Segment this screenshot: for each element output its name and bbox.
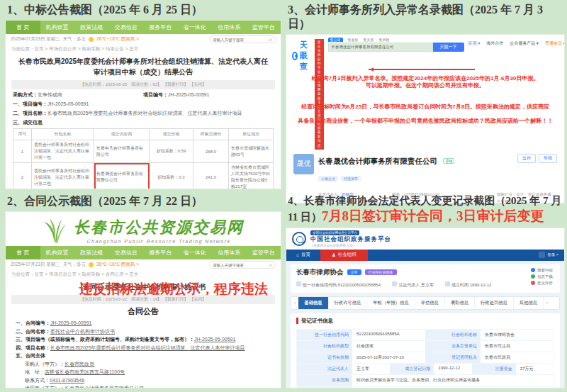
tab-commendation[interactable]: 表彰信息 — [445, 297, 475, 309]
section1-heading: 1、中标公告截图（2025 年 6 月 25 日） — [7, 3, 281, 17]
leaf-logo-icon — [43, 218, 67, 243]
credit-code-summary: 统一社会信用代码 51220100509105585A — [296, 281, 381, 289]
nav-item[interactable]: 交易信息 — [109, 21, 144, 34]
nav-item[interactable]: 省一体化 — [178, 246, 213, 259]
contract-name-value[interactable]: 委托社会中介机构审计协议书 — [50, 329, 115, 334]
field-label: 证书有效期 — [297, 352, 352, 363]
menu-apps[interactable]: 应用 ▾ — [468, 40, 481, 47]
nav-item[interactable]: 监管平台 — [247, 21, 281, 34]
search-button[interactable]: 天眼一下 — [433, 43, 464, 52]
nav-item-home[interactable]: 首 页 — [6, 21, 40, 34]
nav-item-home[interactable]: 首 页 — [6, 246, 40, 259]
menu-overseas[interactable]: 海外合作 — [486, 40, 503, 47]
tab-annual-report[interactable]: 年检（年报）信息 — [367, 297, 415, 309]
search-input[interactable] — [213, 263, 269, 267]
nav-item[interactable]: 政策法规 — [74, 21, 109, 34]
tab-boss[interactable]: 查老板 — [348, 38, 359, 42]
nav-home[interactable]: ⌂首页 — [286, 250, 320, 261]
line2-label: 二、项目名称： — [13, 111, 47, 116]
person-icon — [392, 281, 397, 286]
download-action[interactable]: 信息下载 — [531, 274, 553, 279]
tyc-logo[interactable]: 天眼查 — [292, 38, 310, 72]
platform-pill: 全国社会组织信用信息公示平台 — [310, 230, 359, 235]
nav-item[interactable]: 省一体化 — [178, 21, 213, 34]
sun-icon — [89, 37, 94, 42]
weather-label: 天气：多云 — [63, 36, 86, 43]
nav-item[interactable]: 交易信息 — [109, 246, 144, 259]
nav-item[interactable]: 信用体系 — [212, 21, 247, 34]
tyc-menu: 应用 ▾ 海外合作 企业服务产品 ▾ 开通会员 ▾ — [468, 38, 565, 47]
tab-relation[interactable]: 查关系 — [364, 38, 374, 42]
supplier-label: 供应商（乙方）： — [25, 386, 64, 388]
nav-item[interactable]: 监管平台 — [247, 246, 281, 259]
notice-title: 合同公告 — [6, 304, 281, 318]
search-block: 查公司 查老板 查关系 查风险 天眼一下 — [328, 38, 464, 52]
feedback-action[interactable]: 意见评价 — [531, 281, 553, 286]
org-actions: 我要纠错 信息下载 意见评价 — [531, 268, 553, 287]
nav-item[interactable]: 服务平台 — [143, 21, 178, 34]
field-label: 注册资金 — [472, 364, 516, 374]
announcement-body: 采购方式：竞争性磋商 项目编号：JH-2025-05-00591 一、项目编号：… — [6, 89, 281, 189]
field-label: 登记管理机关 — [425, 352, 481, 363]
correct-action[interactable]: 我要纠错 — [531, 268, 553, 273]
tab-admin-license[interactable]: 行政许可信息 — [329, 297, 368, 309]
line1-value: JH-2025-05-00591 — [47, 101, 89, 106]
registration-certificate-card: 登记证书信息 统一社会信用代码51220100509105585A 社会组织名称… — [291, 313, 560, 388]
nav-item[interactable]: 服务平台 — [143, 246, 178, 259]
line2-value: 长春市民政局2025年度委托会计师事务所对社会组织注销清算、法定代表人离任审计项… — [47, 111, 242, 116]
project-no-value: JH-2025-05-00591 — [168, 92, 209, 97]
founded-summary: 成立时间 1990-12-12 — [445, 281, 491, 289]
tag-small-enterprise[interactable]: 小微企业 — [318, 176, 338, 181]
tabs-scroll-right[interactable]: › — [544, 301, 551, 306]
tab-risk[interactable]: 查风险 — [379, 38, 390, 42]
col-header: 成交供应商 — [94, 129, 150, 140]
search-input[interactable] — [213, 38, 269, 42]
monitor-button[interactable]: 监控 — [517, 154, 536, 163]
date-weather-bar: 2025年07月23日 星期三 天气：多云 26℃~16℃ 西南风 > ⌕ — [6, 34, 281, 45]
purchase-method-label: 采购方式： — [13, 92, 38, 97]
cell-address: 吉林省长春市宽城区人民大街7520号中科院长春分院办公楼5栋217室 — [229, 163, 274, 189]
field-label: 社会组织类型 — [297, 341, 352, 352]
buyer-tel-value: 0431-87903546 — [50, 378, 84, 383]
contract-no-value[interactable]: JH-2025-05-00591 — [50, 320, 91, 325]
project-name-label: 四、项目名称： — [16, 345, 50, 350]
field-value: 1990-12-12 — [434, 364, 471, 374]
field-label: 业务主管单位 — [425, 341, 481, 352]
tab-company[interactable]: 查公司 — [328, 38, 343, 42]
field-value: 长春市律师协会 — [481, 330, 554, 340]
company-search-input[interactable] — [328, 43, 433, 52]
tab-admin-penalty[interactable]: 行政处罚信息 — [475, 297, 514, 309]
announcement-title: 长春市民政局2025年度委托会计师事务所对社会组织注销清算、法定代表人离任审计项… — [6, 54, 281, 79]
nav-item[interactable]: 政策法规 — [74, 246, 109, 259]
search-icon[interactable]: ⌕ — [269, 37, 272, 42]
contract-no-label: 一、合同编号： — [16, 320, 50, 325]
buyer-value[interactable]: 长春市民政局 — [64, 362, 94, 366]
supplier-value[interactable]: 长春晟优会计师事务所有限责任公司 — [64, 386, 144, 388]
field-label: 统一社会信用代码 — [297, 330, 352, 340]
home-icon: ⌂ — [296, 252, 299, 257]
login-area[interactable]: 登录 > — [539, 252, 564, 258]
calendar-icon — [296, 281, 301, 286]
section2-heading: 2、合同公示截图（2025 年 7 月 22 日） — [7, 194, 281, 208]
section4-heading: 4、长春市律师协会法定代表人变更记录截图（2025 年 7 月 11 日）7月8… — [288, 194, 564, 225]
tabs-scroll-left[interactable]: ‹ — [291, 301, 298, 306]
buyer-label: 采购人（甲方）： — [25, 362, 64, 366]
tab-other-info[interactable]: 其他信息 — [514, 297, 544, 309]
tab-basic-info[interactable]: 基础信息 — [298, 297, 328, 309]
project-no-value[interactable]: JH-2025-05-00591 — [194, 337, 235, 342]
nav-item[interactable]: 信用体系 — [212, 246, 247, 259]
nav-social-org-active[interactable]: ♟社会组织 — [320, 250, 368, 261]
menu-services[interactable]: 企业服务产品 ▾ — [510, 40, 539, 47]
nav-item[interactable]: 机构设置 — [40, 21, 75, 34]
weather-label: 天气：多云 — [63, 262, 86, 268]
tag-operating-abnormal[interactable]: 经营异常 — [341, 176, 361, 181]
promo-banner[interactable]: 查企业的好助手全面上线 覆盖超3亿企业和组织最新动态 — [315, 39, 324, 150]
tab-evaluation[interactable]: 评估信息 — [415, 297, 445, 309]
project-name-value[interactable]: 长春市民政局2025年度委托会计师事务所对社会组织注销清算、法定代表人离任审计项… — [50, 345, 245, 350]
cell-price: 折扣系数：0.59 — [150, 140, 193, 163]
cell-seq: 2 — [13, 163, 32, 189]
menu-vip[interactable]: 开通会员 ▾ — [545, 40, 564, 47]
report-button[interactable]: 举报 — [539, 154, 557, 163]
search-icon[interactable]: ⌕ — [269, 262, 272, 267]
nav-item[interactable]: 机构设置 — [40, 246, 75, 259]
